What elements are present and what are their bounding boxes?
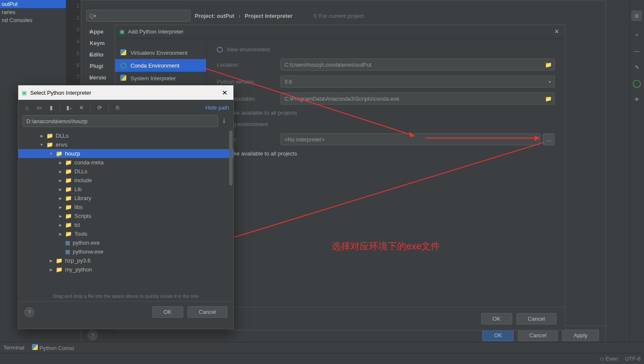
interpreter-type-system[interactable]: System Interpreter xyxy=(115,72,206,85)
python-version-select[interactable]: 3.6 xyxy=(281,76,555,87)
expand-arrow-icon[interactable]: ▶ xyxy=(58,196,62,200)
tree-folder[interactable]: ▶📁Library xyxy=(18,194,233,203)
expand-arrow-icon[interactable]: ▶ xyxy=(58,161,62,165)
tree-folder[interactable]: ▶📁DLLs xyxy=(18,167,233,176)
eye-icon[interactable]: 👁 xyxy=(632,94,642,104)
tree-folder[interactable]: ▶📁Scripts xyxy=(18,212,233,220)
new-environment-radio[interactable]: New environment xyxy=(217,46,555,53)
project-tree-item[interactable]: nd Consoles xyxy=(0,16,66,24)
path-input[interactable]: D:\anaconda\envs\houzp xyxy=(23,115,218,127)
tree-folder[interactable]: ▶📁DLLs xyxy=(18,131,233,140)
file-tree[interactable]: ▶📁DLLs▼📁envs▼📁houzp▶📁conda-meta▶📁DLLs▶📁i… xyxy=(18,130,233,292)
tree-folder[interactable]: ▼📁houzp xyxy=(18,149,233,158)
project-icon[interactable]: ▮ xyxy=(46,103,56,112)
folder-icon[interactable]: 📁 xyxy=(545,62,552,68)
conda-status-icon[interactable]: ◯ xyxy=(632,78,642,88)
python-console-tab[interactable]: Python Conso xyxy=(32,344,74,351)
expand-arrow-icon[interactable]: ▶ xyxy=(49,268,53,272)
expand-arrow-icon[interactable]: ▶ xyxy=(58,187,62,192)
pencil-icon[interactable]: ✎ xyxy=(632,62,642,72)
folder-icon: 📁 xyxy=(65,195,72,201)
make-available-checkbox[interactable]: Make available to all projects xyxy=(217,110,555,116)
bottom-tool-buttons: Terminal Python Conso xyxy=(0,342,644,353)
expand-arrow-icon[interactable]: ▶ xyxy=(58,169,62,174)
make-available-checkbox-2[interactable]: Make available to all projects xyxy=(217,150,555,157)
settings-ok-button[interactable]: OK xyxy=(482,330,513,341)
tree-folder[interactable]: ▶📁include xyxy=(18,176,233,185)
interpreter-type-conda[interactable]: Conda Environment xyxy=(115,59,206,72)
new-folder-icon[interactable]: ▮₊ xyxy=(65,103,74,112)
add-interpreter-cancel-button[interactable]: Cancel xyxy=(516,313,556,324)
close-icon[interactable]: × xyxy=(553,27,561,36)
settings-cancel-button[interactable]: Cancel xyxy=(518,330,558,341)
python-icon xyxy=(120,49,127,56)
encoding-indicator[interactable]: UTF-8 xyxy=(625,356,641,362)
download-icon[interactable]: ⭳ xyxy=(221,117,229,125)
interpreter-type-virtualenv[interactable]: Virtualenv Environment xyxy=(115,46,206,59)
minus-icon[interactable]: — xyxy=(632,46,642,56)
tree-folder[interactable]: ▶📁Lib xyxy=(18,185,233,194)
close-icon[interactable]: ✕ xyxy=(219,89,230,97)
expand-arrow-icon[interactable]: ▶ xyxy=(58,178,62,183)
expand-arrow-icon[interactable]: ▶ xyxy=(58,205,62,209)
refresh-icon[interactable]: ⟳ xyxy=(95,103,104,112)
tree-folder[interactable]: ▶📁libs xyxy=(18,203,233,212)
conda-exe-input[interactable]: C:\ProgramData\Anaconda3\Scripts\conda.e… xyxy=(281,93,555,104)
expand-arrow-icon[interactable]: ▶ xyxy=(58,214,62,218)
location-input[interactable]: C:\Users\houzp\.conda\envs\outPut📁 xyxy=(281,59,555,71)
select-interpreter-ok-button[interactable]: OK xyxy=(152,306,183,318)
show-hidden-icon[interactable]: ⎘ xyxy=(113,103,122,112)
tree-file[interactable]: ▦python.exe xyxy=(18,238,233,247)
home-icon[interactable]: ⌂ xyxy=(23,103,32,112)
existing-environment-radio[interactable]: ting environment xyxy=(217,121,555,127)
interpreter-select[interactable]: <No interpreter> xyxy=(281,133,540,145)
settings-search-input[interactable]: Q▾ xyxy=(86,10,190,22)
plus-icon[interactable]: ＋ xyxy=(632,30,642,40)
help-icon[interactable]: ? xyxy=(88,330,98,340)
expand-arrow-icon[interactable]: ▶ xyxy=(58,232,62,236)
tree-folder[interactable]: ▶📁conda-meta xyxy=(18,158,233,167)
expand-arrow-icon[interactable]: ▶ xyxy=(49,259,53,263)
tree-item-label: conda-meta xyxy=(74,159,104,166)
select-interpreter-bottom-bar: ? OK Cancel xyxy=(18,301,233,322)
browse-interpreter-button[interactable]: … xyxy=(543,133,555,145)
hide-path-link[interactable]: Hide path xyxy=(205,104,229,111)
expand-arrow-icon[interactable]: ▶ xyxy=(58,223,62,227)
terminal-tab[interactable]: Terminal xyxy=(3,344,24,351)
expand-arrow-icon[interactable]: ▶ xyxy=(40,134,44,138)
folder-icon: 📁 xyxy=(65,213,72,219)
folder-icon: 📁 xyxy=(56,266,62,273)
scrollbar[interactable] xyxy=(229,130,233,186)
python-version-row: Python version: 3.6 xyxy=(217,76,555,87)
folder-icon: 📁 xyxy=(56,150,62,157)
folder-icon[interactable]: 📁 xyxy=(545,96,552,102)
select-interpreter-cancel-button[interactable]: Cancel xyxy=(187,306,227,318)
add-interpreter-ok-button[interactable]: OK xyxy=(481,313,512,324)
expand-arrow-icon[interactable]: ▼ xyxy=(49,152,53,156)
copy-icon: ⎘ xyxy=(314,13,317,19)
tree-item-label: DLLs xyxy=(74,168,87,175)
event-log-link[interactable]: ◇ Even xyxy=(600,356,618,362)
folder-icon: 📁 xyxy=(65,204,72,210)
help-icon[interactable]: ? xyxy=(24,307,34,317)
tree-folder[interactable]: ▶📁tcl xyxy=(18,220,233,229)
tree-file[interactable]: ▦pythonw.exe xyxy=(18,247,233,256)
tree-folder[interactable]: ▼📁envs xyxy=(18,140,233,149)
project-tree-item[interactable]: outPut xyxy=(0,0,66,8)
tree-folder[interactable]: ▶📁Tools xyxy=(18,229,233,238)
interpreter-config-panel: New environment Location: C:\Users\houzp… xyxy=(207,39,565,307)
desktop-icon[interactable]: ▭ xyxy=(34,103,44,112)
delete-icon[interactable]: ✕ xyxy=(77,103,86,112)
expand-arrow-icon[interactable]: ▼ xyxy=(40,143,44,147)
project-tree-item[interactable]: raries xyxy=(0,8,66,16)
folder-icon: 📁 xyxy=(65,222,72,228)
tree-item-label: DLLs xyxy=(56,133,68,139)
settings-apply-button[interactable]: Apply xyxy=(562,330,599,341)
tree-folder[interactable]: ▶📁hzp_py3.6 xyxy=(18,256,233,265)
add-interpreter-title: Add Python Interpreter xyxy=(128,28,184,35)
gear-icon[interactable]: ⚙ xyxy=(632,11,642,21)
file-chooser-toolbar: ⌂ ▭ ▮ ▮₊ ✕ ⟳ ⎘ Hide path xyxy=(18,100,233,115)
tree-item-label: my_python xyxy=(65,266,92,273)
tree-folder[interactable]: ▶📁my_python xyxy=(18,265,233,274)
tree-item-label: libs xyxy=(74,204,83,210)
